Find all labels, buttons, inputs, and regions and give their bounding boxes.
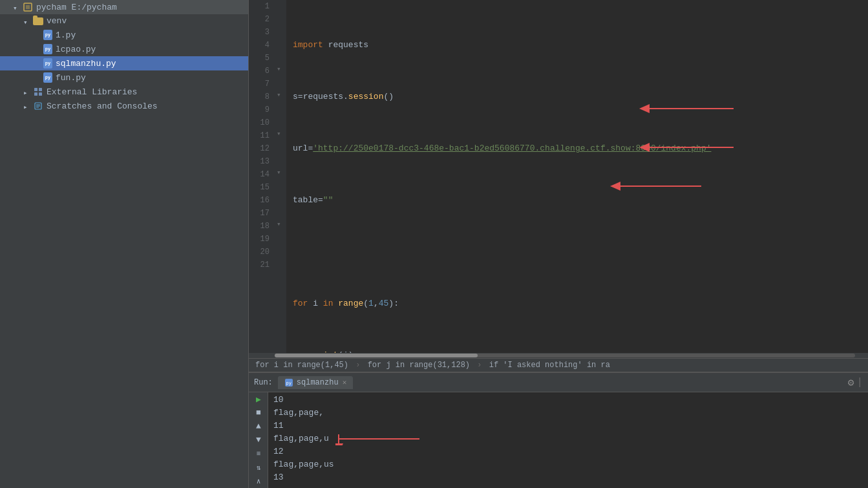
main-area: pycham E:/pycham venv py 1.py py lcpao.p… bbox=[0, 0, 868, 488]
project-icon bbox=[23, 2, 33, 12]
ln-17: 17 bbox=[249, 207, 270, 220]
run-toolbar: ▶ ■ ▲ ▼ ≡ ⇅ ∧ bbox=[249, 392, 268, 488]
venv-label: venv bbox=[47, 16, 67, 26]
code-content[interactable]: import requests s=requests.session() url… bbox=[286, 0, 868, 353]
ln-3: 3 bbox=[249, 26, 270, 39]
py-icon-lcpao: py bbox=[43, 44, 52, 54]
ext-icon bbox=[33, 87, 43, 97]
arrow-venv bbox=[23, 17, 31, 25]
run-settings-btn[interactable]: ⚙ | bbox=[848, 376, 863, 389]
svg-rect-3 bbox=[39, 88, 42, 91]
breadcrumb-part-3: if 'I asked nothing' in ra bbox=[489, 361, 610, 370]
run-output-line-4: 12 bbox=[273, 445, 863, 458]
run-arrow-svg bbox=[335, 432, 439, 445]
ln-15: 15 bbox=[249, 181, 270, 194]
breadcrumb-sep-1: › bbox=[355, 361, 365, 370]
settings-separator: | bbox=[856, 377, 863, 388]
ln-10: 10 bbox=[249, 116, 270, 129]
run-output-line-6: 13 bbox=[273, 471, 863, 484]
run-tab-sqlmanzhu[interactable]: py sqlmanzhu ✕ bbox=[278, 376, 353, 389]
editor: 1 2 3 4 5 6 7 8 9 10 11 12 13 14 15 16 1 bbox=[249, 0, 868, 372]
py-icon-sqlmanzhu: py bbox=[43, 58, 52, 69]
code-line-5 bbox=[293, 246, 868, 259]
ln-9: 9 bbox=[249, 103, 270, 116]
ln-21: 21 bbox=[249, 259, 270, 271]
breadcrumb-part-1: for i in range(1,45) bbox=[255, 361, 348, 370]
sidebar-item-funpy[interactable]: py fun.py bbox=[0, 70, 248, 85]
run-output-line-0: 10 bbox=[273, 394, 863, 407]
run-collapse-btn[interactable]: ∧ bbox=[251, 476, 266, 487]
run-header: Run: py sqlmanzhu ✕ ⚙ | bbox=[249, 373, 868, 392]
ext-libraries-label: External Libraries bbox=[47, 87, 137, 97]
ln-4: 4 bbox=[249, 39, 270, 52]
code-line-2: s=requests.session() bbox=[293, 90, 868, 103]
ln-18: 18 bbox=[249, 220, 270, 233]
line-numbers: 1 2 3 4 5 6 7 8 9 10 11 12 13 14 15 16 1 bbox=[249, 0, 275, 353]
editor-scrollbar[interactable] bbox=[249, 353, 868, 358]
run-output-line-5: flag,page,us bbox=[273, 458, 863, 471]
sidebar-item-venv[interactable]: venv bbox=[0, 14, 248, 28]
sidebar-item-scratches[interactable]: Scratches and Consoles bbox=[0, 99, 248, 113]
file-lcpao-label: lcpao.py bbox=[56, 45, 96, 54]
file-fun-label: fun.py bbox=[56, 73, 86, 83]
svg-rect-2 bbox=[34, 88, 37, 91]
sidebar-item-project[interactable]: pycham E:/pycham bbox=[0, 0, 248, 14]
run-stop-btn[interactable]: ■ bbox=[251, 407, 266, 418]
run-wrap-btn[interactable]: ≡ bbox=[251, 449, 266, 460]
file-sqlmanzhu-label: sqlmanzhu.py bbox=[56, 59, 116, 69]
code-wrapper: 1 2 3 4 5 6 7 8 9 10 11 12 13 14 15 16 1 bbox=[249, 0, 868, 353]
gutter: ▾ ▾ ▾ ▾ ▾ bbox=[275, 0, 286, 353]
run-content: ▶ ■ ▲ ▼ ≡ ⇅ ∧ 10 flag,page, 11 flag,page… bbox=[249, 392, 868, 488]
py-icon-1py: py bbox=[43, 30, 52, 40]
sidebar-item-1py[interactable]: py 1.py bbox=[0, 28, 248, 42]
gear-icon: ⚙ bbox=[848, 376, 854, 389]
ln-8: 8 bbox=[249, 90, 270, 103]
run-output-line-1: flag,page, bbox=[273, 407, 863, 419]
sidebar-item-ext-libraries[interactable]: External Libraries bbox=[0, 85, 248, 99]
fold-icon-6[interactable]: ▾ bbox=[277, 65, 281, 73]
py-icon-fun: py bbox=[43, 72, 52, 83]
fold-icon-8[interactable]: ▾ bbox=[277, 90, 281, 99]
svg-text:py: py bbox=[286, 381, 291, 386]
run-output-line-3: flag,page,u bbox=[273, 432, 863, 445]
run-scroll-down-btn[interactable]: ▼ bbox=[251, 434, 266, 445]
svg-rect-5 bbox=[39, 92, 42, 96]
run-output-line-2: 11 bbox=[273, 419, 863, 432]
breadcrumb-sep-2: › bbox=[477, 361, 486, 370]
code-line-6: for i in range(1,45): bbox=[293, 297, 868, 310]
run-tab-icon: py bbox=[284, 378, 293, 387]
arrow-project bbox=[13, 3, 21, 11]
run-tab-name: sqlmanzhu bbox=[297, 378, 339, 387]
svg-rect-4 bbox=[34, 92, 37, 96]
run-filter-btn[interactable]: ⇅ bbox=[251, 462, 266, 473]
ln-7: 7 bbox=[249, 78, 270, 90]
run-tab-close[interactable]: ✕ bbox=[343, 378, 347, 387]
code-line-4: table="" bbox=[293, 194, 868, 207]
run-scroll-up-btn[interactable]: ▲ bbox=[251, 421, 266, 432]
sidebar: pycham E:/pycham venv py 1.py py lcpao.p… bbox=[0, 0, 249, 488]
ln-14: 14 bbox=[249, 168, 270, 181]
arrow-scratch bbox=[23, 102, 31, 110]
file-1py-label: 1.py bbox=[56, 30, 76, 40]
ln-11: 11 bbox=[249, 129, 270, 142]
project-label: pycham E:/pycham bbox=[36, 3, 117, 12]
ln-13: 13 bbox=[249, 155, 270, 168]
ln-2: 2 bbox=[249, 13, 270, 26]
ln-6: 6 bbox=[249, 65, 270, 78]
svg-rect-1 bbox=[26, 5, 30, 9]
scroll-thumb[interactable] bbox=[275, 354, 478, 357]
sidebar-item-sqlmanzhupy[interactable]: py sqlmanzhu.py bbox=[0, 56, 248, 70]
breadcrumb-part-2: for j in range(31,128) bbox=[368, 361, 470, 370]
folder-icon-venv bbox=[33, 17, 43, 25]
scratches-label: Scratches and Consoles bbox=[47, 101, 158, 111]
run-output[interactable]: 10 flag,page, 11 flag,page,u bbox=[268, 392, 868, 488]
editor-container: 1 2 3 4 5 6 7 8 9 10 11 12 13 14 15 16 1 bbox=[249, 0, 868, 488]
sidebar-item-lcpaopy[interactable]: py lcpao.py bbox=[0, 42, 248, 56]
fold-icon-11[interactable]: ▾ bbox=[277, 129, 281, 138]
fold-icon-14[interactable]: ▾ bbox=[277, 168, 281, 176]
ln-19: 19 bbox=[249, 233, 270, 246]
run-play-btn[interactable]: ▶ bbox=[251, 394, 266, 405]
fold-icon-18[interactable]: ▾ bbox=[277, 220, 281, 228]
scratch-icon bbox=[33, 101, 43, 111]
ln-12: 12 bbox=[249, 142, 270, 155]
